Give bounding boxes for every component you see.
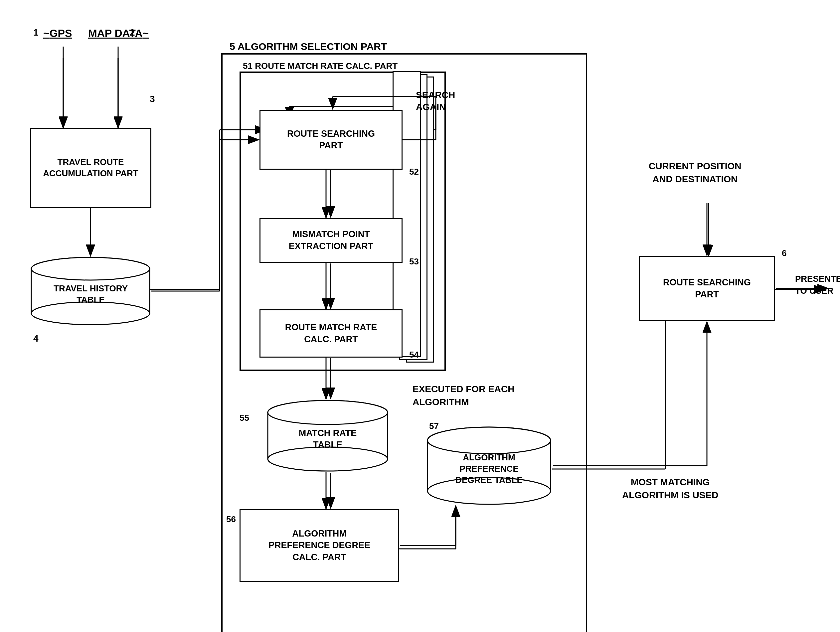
travel-history-label: TRAVEL HISTORYTABLE [50,283,131,306]
most-matching-label: MOST MATCHINGALGORITHM IS USED [622,476,718,502]
algo-pref-number: 56 [226,514,236,525]
svg-point-26 [31,258,150,280]
current-position-label: CURRENT POSITIONAND DESTINATION [649,160,741,186]
route-match-rate-number: 54 [409,349,419,360]
route-match-rate-calc-box: ROUTE MATCH RATECALC. PART [259,309,403,357]
presented-to-user-label: PRESENTEDTO USER [795,273,840,297]
map-data-label: MAP DATA~ [88,27,149,41]
match-rate-number: 55 [240,412,249,424]
travel-history-number: 4 [33,333,39,344]
gps-tilde: ~ [43,27,50,39]
search-again-label: SEARCHAGAIN [416,89,455,114]
mismatch-number: 53 [409,256,419,267]
travel-route-number: 3 [150,93,155,105]
algo-pref-table-cylinder: ALGORITHMPREFERENCEDEGREE TABLE [426,426,552,506]
algo-pref-table-label: ALGORITHMPREFERENCEDEGREE TABLE [452,452,526,486]
route-searching-number: 52 [409,166,419,178]
svg-point-34 [428,427,551,454]
svg-point-30 [268,400,388,425]
travel-route-accumulation-box: TRAVEL ROUTEACCUMULATION PART [30,128,152,208]
match-rate-cylinder: MATCH RATETABLE [266,399,389,472]
algo-pref-calc-box: ALGORITHMPREFERENCE DEGREECALC. PART [240,509,399,582]
travel-history-cylinder: TRAVEL HISTORYTABLE [30,256,152,326]
gps-label: ~GPS [43,27,72,41]
route-searching-right-number: 6 [782,248,786,259]
mismatch-extraction-box: MISMATCH POINTEXTRACTION PART [259,218,403,263]
route-searching-right-box: ROUTE SEARCHINGPART [639,256,775,321]
route-searching-box: ROUTE SEARCHINGPART [259,110,403,170]
route-match-calc-label: 51 ROUTE MATCH RATE CALC. PART [243,60,398,72]
executed-label: EXECUTED FOR EACHALGORITHM [412,382,514,408]
diagram: 1 ~GPS 2 MAP DATA~ 3 TRAVEL ROUTEACCUMUL… [0,0,840,632]
algo-selection-label: 5 ALGORITHM SELECTION PART [229,40,387,53]
algo-pref-table-number: 57 [429,421,439,432]
gps-number: 1 [33,27,39,39]
match-rate-label: MATCH RATETABLE [295,427,360,451]
